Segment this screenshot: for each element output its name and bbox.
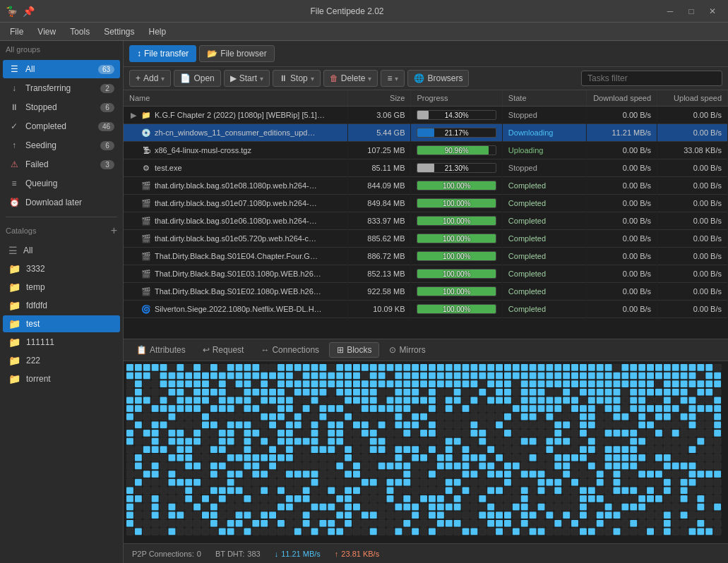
cell-progress: 90.96% [411, 142, 502, 159]
menu-file[interactable]: File [3, 25, 30, 38]
filename: That.Dirty.Black.Bag.S01E03.1080p.WEB.h2… [155, 270, 321, 278]
catalog-item-111111[interactable]: 📁 111111 [3, 334, 120, 351]
more-button[interactable]: ≡ ▾ [381, 70, 405, 87]
cell-dlspeed: 0.00 B/s [587, 248, 657, 265]
tasks-filter-input[interactable] [581, 71, 722, 86]
cell-progress: 100.00% [411, 248, 502, 265]
stop-button[interactable]: ⏸ Stop ▾ [273, 70, 321, 87]
cell-state: Completed [502, 212, 586, 230]
tab-request[interactable]: ↩ Request [196, 342, 251, 358]
sidebar-item-failed[interactable]: ⚠ Failed 3 [3, 155, 120, 174]
blocks-icon: ⊞ [337, 345, 344, 355]
request-label: Request [213, 345, 244, 355]
expand-placeholder [129, 252, 138, 260]
filename: that.dirty.black.bag.s01e05.720p.web.h26… [155, 234, 316, 243]
menu-view[interactable]: View [30, 25, 63, 38]
sidebar-item-all[interactable]: ☰ All 63 [3, 60, 120, 78]
catalog-item-temp[interactable]: 📁 temp [3, 279, 120, 296]
table-row[interactable]: 🎬 That.Dirty.Black.Bag.S01E04.Chapter.Fo… [124, 248, 728, 265]
cell-name: 🎬 that.dirty.black.bag.s01e06.1080p.web.… [124, 212, 347, 230]
table-row[interactable]: 🎬 that.dirty.black.bag.s01e05.720p.web.h… [124, 230, 728, 248]
add-catalog-button[interactable]: + [111, 224, 117, 237]
add-button[interactable]: + Add ▾ [129, 70, 171, 87]
cell-size: 885.62 MB [347, 230, 411, 248]
col-header-progress[interactable]: Progress [411, 90, 502, 107]
tab-mirrors[interactable]: ⊙ Mirrors [382, 342, 432, 358]
cell-size: 833.97 MB [347, 212, 411, 230]
progress-bar-bg: 21.17% [417, 128, 496, 138]
menu-settings[interactable]: Settings [97, 25, 141, 38]
cell-dlspeed: 0.00 B/s [587, 142, 657, 159]
sidebar-item-stopped[interactable]: ⏸ Stopped 6 [3, 98, 120, 116]
catalog-item-3332[interactable]: 📁 3332 [3, 260, 120, 277]
add-label: Add [143, 73, 158, 83]
catalog-test-label: test [26, 319, 40, 329]
cell-ulspeed: 33.08 KB/s [657, 142, 728, 159]
cell-state: Stopped [502, 159, 586, 177]
start-button[interactable]: ▶ Start ▾ [224, 70, 270, 87]
menu-help[interactable]: Help [142, 25, 174, 38]
cell-progress: 100.00% [411, 265, 502, 283]
filename: test.exe [155, 164, 182, 172]
col-header-name[interactable]: Name [124, 90, 347, 107]
col-header-size[interactable]: Size [347, 90, 411, 107]
expand-icon[interactable]: ▶ [129, 111, 138, 119]
file-type-icon: 🎬 [141, 250, 152, 262]
attributes-label: Attributes [150, 345, 186, 355]
filename: Silverton.Siege.2022.1080p.Netflix.WEB-D… [155, 305, 322, 313]
cell-ulspeed: 0.00 B/s [657, 283, 728, 301]
catalog-222-label: 222 [26, 356, 40, 365]
sidebar: All groups ☰ All 63 ↓ Transferring 2 ⏸ S… [0, 41, 124, 563]
tab-attributes[interactable]: 📋 Attributes [129, 342, 193, 358]
sidebar-item-completed[interactable]: ✓ Completed 46 [3, 117, 120, 135]
sidebar-download-later-label: Download later [25, 198, 114, 207]
table-row[interactable]: 🌀 Silverton.Siege.2022.1080p.Netflix.WEB… [124, 301, 728, 318]
sidebar-item-queuing[interactable]: ≡ Queuing [3, 174, 120, 193]
sidebar-item-seeding[interactable]: ↑ Seeding 6 [3, 136, 120, 155]
close-button[interactable]: ✕ [703, 4, 722, 19]
cell-size: 849.84 MB [347, 195, 411, 212]
blocks-label: Blocks [347, 345, 371, 355]
table-row[interactable]: 🎬 that.dirty.black.bag.s01e06.1080p.web.… [124, 212, 728, 230]
titlebar-controls: ─ □ ✕ [660, 4, 722, 19]
catalog-item-torrent[interactable]: 📁 torrent [3, 370, 120, 387]
col-header-state[interactable]: State [502, 90, 586, 107]
table-row[interactable]: ⚙ test.exe 85.11 MB 21.30% Stopped 0.00 … [124, 159, 728, 177]
cell-ulspeed: 0.00 B/s [657, 195, 728, 212]
col-header-dlspeed[interactable]: Download speed [587, 90, 657, 107]
minimize-button[interactable]: ─ [660, 4, 680, 19]
catalog-item-test[interactable]: 📁 test [3, 315, 120, 332]
tab-file-transfer[interactable]: ↕ File transfer [129, 45, 196, 62]
table-row[interactable]: 🎬 that.dirty.black.bag.s01e07.1080p.web.… [124, 195, 728, 212]
queue-icon: ≡ [8, 178, 20, 189]
table-row[interactable]: 🎬 that.dirty.black.bag.s01e08.1080p.web.… [124, 177, 728, 195]
catalog-item-222[interactable]: 📁 222 [3, 352, 120, 369]
browsers-button[interactable]: 🌐 Browsers [407, 70, 469, 87]
browsers-label: Browsers [427, 73, 463, 83]
tab-file-browser[interactable]: 📂 File browser [199, 45, 274, 62]
folder-icon-3332: 📁 [8, 263, 20, 274]
sidebar-item-transferring[interactable]: ↓ Transferring 2 [3, 79, 120, 97]
cell-dlspeed: 0.00 B/s [587, 212, 657, 230]
menu-tools[interactable]: Tools [63, 25, 97, 38]
open-button[interactable]: 📄 Open [174, 70, 220, 87]
cell-ulspeed: 0.00 B/s [657, 248, 728, 265]
table-row[interactable]: 🗜 x86_64-linux-musl-cross.tgz 107.25 MB … [124, 142, 728, 159]
sidebar-item-download-later[interactable]: ⏰ Download later [3, 193, 120, 212]
tab-blocks[interactable]: ⊞ Blocks [329, 342, 379, 358]
file-type-icon: 🎬 [141, 233, 152, 244]
maximize-button[interactable]: □ [681, 4, 701, 19]
catalog-item-all[interactable]: ☰ All [3, 242, 120, 259]
table-row[interactable]: 🎬 That.Dirty.Black.Bag.S01E03.1080p.WEB.… [124, 265, 728, 283]
table-row[interactable]: 🎬 That.Dirty.Black.Bag.S01E02.1080p.WEB.… [124, 283, 728, 301]
table-row[interactable]: 💿 zh-cn_windows_11_consumer_editions_upd… [124, 124, 728, 142]
tab-connections[interactable]: ↔ Connections [253, 342, 326, 358]
table-row[interactable]: ▶ 📁 K.G.F Chapter 2 (2022) [1080p] [WEBR… [124, 107, 728, 124]
col-header-ulspeed[interactable]: Upload speed [657, 90, 728, 107]
delete-button[interactable]: 🗑 Delete ▾ [323, 70, 378, 87]
table-body: ▶ 📁 K.G.F Chapter 2 (2022) [1080p] [WEBR… [124, 107, 728, 318]
cell-size: 5.44 GB [347, 124, 411, 142]
catalog-item-fdfdfd[interactable]: 📁 fdfdfd [3, 297, 120, 314]
folder-icon-test: 📁 [8, 318, 20, 329]
bottom-panel: 📋 Attributes ↩ Request ↔ Connections ⊞ B… [124, 339, 728, 543]
